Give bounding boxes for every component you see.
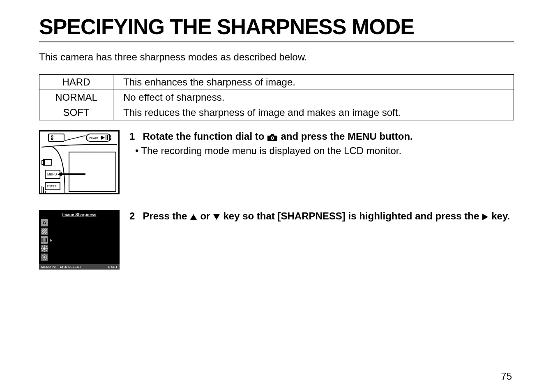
step-2-mid1: or [200,210,210,222]
svg-line-31 [42,246,43,247]
step-1-head-after: and press the MENU button. [281,130,412,143]
svg-rect-9 [69,152,116,191]
lcd-icon-battery [41,236,48,244]
svg-point-36 [44,256,46,258]
menu-label: MENU [47,173,57,176]
camera-svg: Power MENU [40,131,118,193]
table-label: HARD [39,75,113,90]
table-label: NORMAL [39,90,113,105]
table-desc: This enhances the sharpness of image. [113,75,514,90]
step-1-number: 1 [129,130,140,143]
svg-point-20 [272,137,273,139]
svg-marker-37 [190,214,197,220]
table-row: HARD This enhances the sharpness of imag… [39,75,514,90]
lcd-selection-marker [50,239,52,242]
step-2-mid2: key so that [SHARPNESS] is highlighted a… [223,210,479,222]
svg-rect-22 [46,239,47,241]
step-2-after: key. [491,210,510,222]
svg-point-1 [51,136,53,137]
lcd-footer-left2: ▴▾ ◂▸ SELECT [60,265,81,269]
table-row: SOFT This reduces the sharpness of image… [39,105,514,120]
page-title: SPECIFYING THE SHARPNESS MODE [39,14,514,39]
step-1-bullet: •The recording mode menu is displayed on… [129,145,514,157]
lcd-footer-left1: MENU P2 [41,265,56,269]
svg-line-34 [46,246,47,247]
step-2-head-before: Press the [143,210,187,222]
svg-marker-4 [101,136,105,140]
right-arrow-icon [482,210,489,222]
svg-point-2 [51,138,53,140]
bullet-dot: • [135,145,138,156]
camera-diagram: Power MENU [39,130,120,194]
svg-line-8 [65,136,85,141]
svg-marker-38 [213,214,220,220]
svg-rect-0 [48,134,64,141]
step-2: Image Sharpness A MENU P2 ▴▾ ◂▸ [39,210,514,270]
lcd-title: Image Sharpness [39,210,120,217]
down-arrow-icon [212,210,221,222]
sharpness-table: HARD This enhances the sharpness of imag… [39,74,514,120]
svg-marker-39 [482,214,488,220]
up-arrow-icon [189,210,198,222]
svg-point-26 [43,247,46,250]
lcd-footer-right: ▸ SET [108,265,118,269]
camera-diagram-figure: Power MENU [39,130,121,194]
title-rule [39,42,514,42]
table-desc: This reduces the sharpness of image and … [113,105,514,120]
svg-line-32 [46,250,47,251]
enter-label: ENTER [47,185,57,188]
lcd-icon-a: A [41,219,48,226]
step-1: Power MENU [39,130,514,194]
power-label: Power [89,136,98,140]
step-1-head-before: Rotate the function dial to [143,130,264,143]
lcd-footer: MENU P2 ▴▾ ◂▸ SELECT ▸ SET [39,264,120,270]
page-number: 75 [501,371,512,382]
table-label: SOFT [39,105,113,120]
lcd-figure: Image Sharpness A MENU P2 ▴▾ ◂▸ [39,210,121,270]
lcd-icon-column: A [41,219,48,261]
step-1-bullet-text: The recording mode menu is displayed on … [141,145,401,156]
intro-text: This camera has three sharpness modes as… [39,51,514,63]
svg-line-33 [42,250,43,251]
step-2-heading: 2 Press the or key so that [SHARPNESS] i… [129,210,514,222]
lcd-icon-hatch [41,228,48,235]
lcd-sharpness: Image Sharpness A MENU P2 ▴▾ ◂▸ [39,210,120,270]
step-1-heading: 1 Rotate the function dial to and press … [129,130,514,143]
lcd-icon-brightness [41,245,48,252]
lcd-icon-selftimer [41,254,48,261]
step-2-number: 2 [129,210,140,222]
camera-icon [267,130,278,143]
table-row: NORMAL No effect of sharpness. [39,90,514,105]
table-desc: No effect of sharpness. [113,90,514,105]
